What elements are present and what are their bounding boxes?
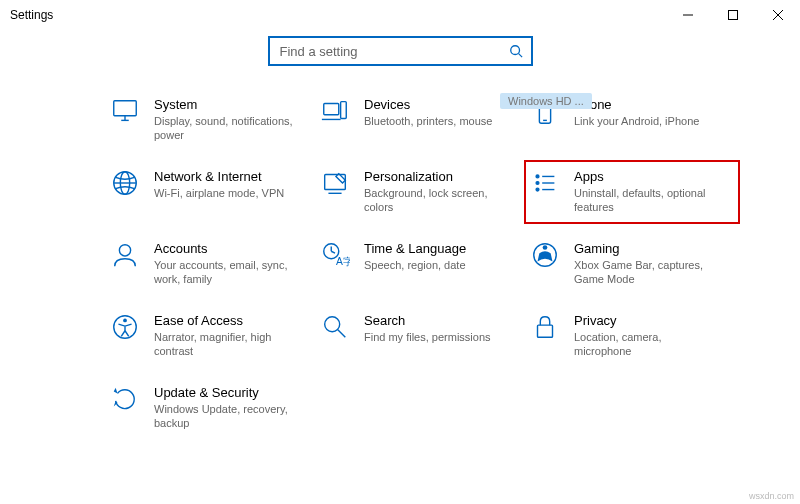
tile-devices[interactable]: Devices Bluetooth, printers, mouse — [318, 94, 528, 144]
svg-point-21 — [536, 182, 539, 185]
tile-title: Devices — [364, 96, 492, 113]
svg-rect-6 — [114, 101, 137, 116]
tile-gaming[interactable]: Gaming Xbox Game Bar, captures, Game Mod… — [528, 238, 738, 288]
window-controls — [665, 0, 800, 30]
close-button[interactable] — [755, 0, 800, 30]
tile-desc: Display, sound, notifications, power — [154, 114, 294, 142]
svg-point-23 — [536, 188, 539, 191]
settings-grid: System Display, sound, notifications, po… — [0, 66, 800, 432]
tile-system[interactable]: System Display, sound, notifications, po… — [108, 94, 318, 144]
tile-desc: Location, camera, microphone — [574, 330, 714, 358]
tile-title: Update & Security — [154, 384, 294, 401]
tile-title: Apps — [574, 168, 714, 185]
tile-desc: Uninstall, defaults, optional features — [574, 186, 714, 214]
tile-title: Gaming — [574, 240, 714, 257]
tooltip-hint: Windows HD ... — [500, 93, 592, 109]
tile-desc: Wi-Fi, airplane mode, VPN — [154, 186, 284, 200]
tile-ease-of-access[interactable]: Ease of Access Narrator, magnifier, high… — [108, 310, 318, 360]
svg-point-31 — [543, 245, 548, 250]
time-language-icon: A字 — [320, 240, 350, 270]
tile-desc: Your accounts, email, sync, work, family — [154, 258, 294, 286]
svg-point-33 — [123, 319, 127, 323]
tile-title: Search — [364, 312, 491, 329]
tile-desc: Speech, region, date — [364, 258, 466, 272]
tile-title: Time & Language — [364, 240, 466, 257]
gaming-icon — [530, 240, 560, 270]
svg-line-5 — [518, 54, 522, 58]
tile-title: System — [154, 96, 294, 113]
search-box[interactable] — [268, 36, 533, 66]
svg-point-4 — [510, 46, 519, 55]
minimize-button[interactable] — [665, 0, 710, 30]
tile-apps[interactable]: Apps Uninstall, defaults, optional featu… — [524, 160, 740, 224]
svg-line-35 — [338, 330, 346, 338]
tile-desc: Background, lock screen, colors — [364, 186, 504, 214]
svg-text:A字: A字 — [336, 256, 350, 267]
personalization-icon — [320, 168, 350, 198]
tile-title: Phone — [574, 96, 699, 113]
titlebar: Settings — [0, 0, 800, 30]
update-security-icon — [110, 384, 140, 414]
search-icon — [509, 44, 523, 58]
devices-icon — [320, 96, 350, 126]
tile-update-security[interactable]: Update & Security Windows Update, recove… — [108, 382, 318, 432]
tile-title: Ease of Access — [154, 312, 294, 329]
search-category-icon — [320, 312, 350, 342]
svg-point-25 — [119, 245, 130, 256]
tile-title: Network & Internet — [154, 168, 284, 185]
tile-time-language[interactable]: A字 Time & Language Speech, region, date — [318, 238, 528, 288]
system-icon — [110, 96, 140, 126]
tile-desc: Narrator, magnifier, high contrast — [154, 330, 294, 358]
apps-icon — [530, 168, 560, 198]
svg-rect-36 — [538, 325, 553, 337]
tile-desc: Xbox Game Bar, captures, Game Mode — [574, 258, 714, 286]
window-title: Settings — [10, 8, 53, 22]
ease-of-access-icon — [110, 312, 140, 342]
tile-network[interactable]: Network & Internet Wi-Fi, airplane mode,… — [108, 166, 318, 216]
svg-rect-10 — [341, 102, 347, 119]
tile-title: Personalization — [364, 168, 504, 185]
tile-personalization[interactable]: Personalization Background, lock screen,… — [318, 166, 528, 216]
watermark: wsxdn.com — [749, 491, 794, 501]
search-container — [0, 30, 800, 66]
svg-rect-1 — [728, 11, 737, 20]
tile-title: Privacy — [574, 312, 714, 329]
tile-privacy[interactable]: Privacy Location, camera, microphone — [528, 310, 738, 360]
privacy-icon — [530, 312, 560, 342]
tile-search[interactable]: Search Find my files, permissions — [318, 310, 528, 360]
svg-line-28 — [331, 251, 335, 253]
tile-desc: Find my files, permissions — [364, 330, 491, 344]
tile-desc: Bluetooth, printers, mouse — [364, 114, 492, 128]
svg-rect-9 — [324, 104, 339, 115]
tile-title: Accounts — [154, 240, 294, 257]
accounts-icon — [110, 240, 140, 270]
tile-desc: Link your Android, iPhone — [574, 114, 699, 128]
tile-accounts[interactable]: Accounts Your accounts, email, sync, wor… — [108, 238, 318, 288]
network-icon — [110, 168, 140, 198]
svg-point-19 — [536, 175, 539, 178]
maximize-button[interactable] — [710, 0, 755, 30]
tile-desc: Windows Update, recovery, backup — [154, 402, 294, 430]
svg-point-34 — [325, 317, 340, 332]
search-input[interactable] — [278, 43, 509, 60]
